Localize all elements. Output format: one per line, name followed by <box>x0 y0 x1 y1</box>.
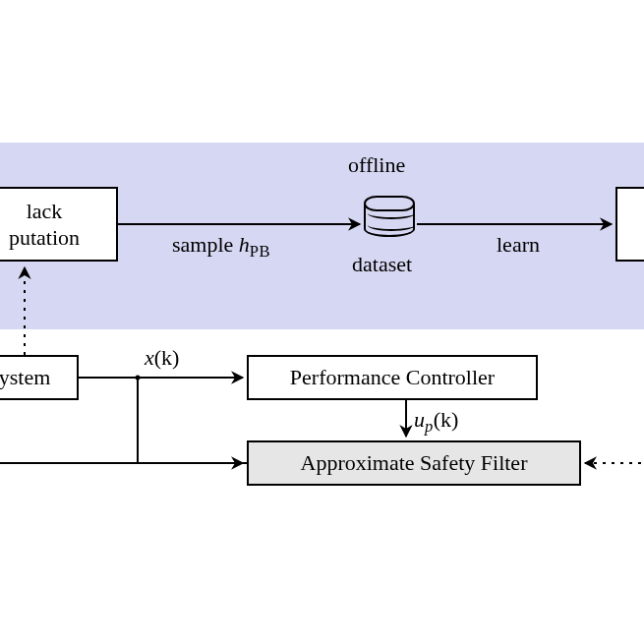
block-empty-right <box>615 187 644 262</box>
label-upk-sub: p <box>425 417 434 436</box>
label-black-l2: putation <box>9 224 80 252</box>
label-sample-text: sample <box>172 232 239 257</box>
label-xk-var: x <box>145 345 154 370</box>
label-safety-filter: Approximate Safety Filter <box>301 449 528 477</box>
label-offline: offline <box>348 152 405 178</box>
label-system: ystem <box>0 364 50 391</box>
svg-point-4 <box>136 376 141 381</box>
label-xk: x(k) <box>145 345 179 371</box>
label-black-l1: lack <box>27 198 63 225</box>
dataset-icon <box>364 196 415 237</box>
label-upk: up(k) <box>414 407 458 437</box>
label-sample-hpb: sample hPB <box>172 232 270 262</box>
block-system: ystem <box>0 355 79 400</box>
label-upk-paren: (k) <box>434 407 459 432</box>
label-upk-u: u <box>414 407 425 432</box>
label-learn: learn <box>497 232 540 258</box>
label-dataset: dataset <box>352 252 412 277</box>
block-performance-controller: Performance Controller <box>247 355 538 400</box>
block-safety-filter: Approximate Safety Filter <box>247 440 581 486</box>
label-xk-paren: (k) <box>154 345 180 370</box>
label-perf-controller: Performance Controller <box>290 364 495 391</box>
label-sample-sub: PB <box>250 242 270 261</box>
block-black-computation: lack putation <box>0 187 118 262</box>
label-sample-h: h <box>239 232 250 257</box>
